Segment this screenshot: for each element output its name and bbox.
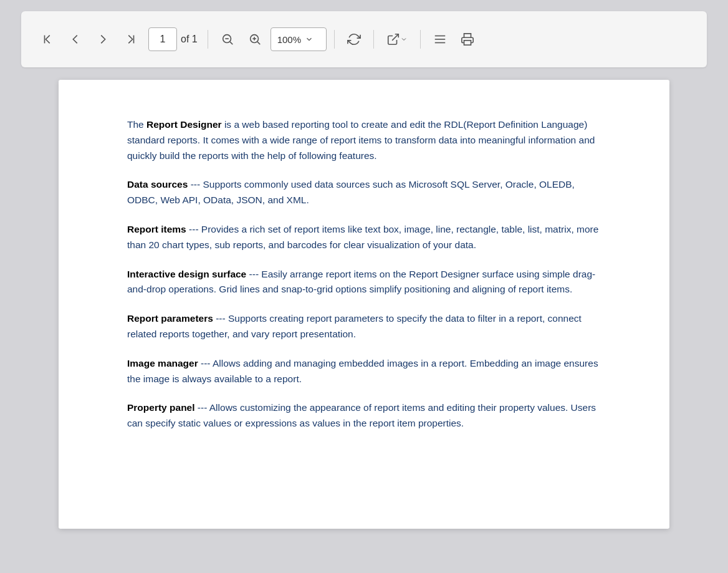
svg-rect-13 [464, 41, 471, 45]
export-button[interactable] [381, 29, 413, 50]
document-area: The Report Designer is a web based repor… [21, 67, 707, 573]
next-page-button[interactable] [91, 29, 115, 50]
zoom-out-icon [221, 32, 234, 46]
feature-title-5: Property panel [127, 402, 195, 413]
feature-report-items: Report items --- Provides a rich set of … [127, 222, 601, 253]
page-content: The Report Designer is a web based repor… [127, 117, 601, 431]
last-page-icon [123, 32, 137, 46]
feature-sep-4: --- [198, 358, 211, 368]
svg-line-4 [230, 42, 232, 44]
page-navigation: of 1 [148, 27, 198, 51]
zoom-out-button[interactable] [216, 29, 239, 50]
feature-property-panel: Property panel --- Allows customizing th… [127, 400, 601, 431]
feature-sep-3: --- [213, 313, 226, 324]
feature-sep-1: --- [186, 224, 199, 234]
feature-sep-5: --- [195, 402, 208, 413]
prev-page-icon [69, 32, 82, 46]
feature-title-3: Report parameters [127, 313, 213, 324]
feature-image-manager: Image manager --- Allows adding and mana… [127, 356, 601, 387]
first-page-icon [41, 32, 55, 46]
first-page-button[interactable] [36, 29, 60, 50]
divider-2 [334, 30, 335, 49]
divider-3 [373, 30, 374, 49]
document-page: The Report Designer is a web based repor… [59, 80, 669, 529]
zoom-value: 100% [277, 34, 301, 45]
next-page-icon [96, 32, 110, 46]
refresh-button[interactable] [342, 29, 366, 50]
intro-text-before: The [127, 119, 146, 130]
page-number-input[interactable] [148, 27, 177, 51]
divider-4 [420, 30, 421, 49]
feature-sep-0: --- [188, 179, 200, 190]
prev-page-button[interactable] [64, 29, 87, 50]
feature-title-1: Report items [127, 224, 186, 234]
toolbar: of 1 100% [21, 11, 707, 67]
print-icon [461, 32, 474, 46]
feature-sep-2: --- [246, 269, 259, 279]
svg-line-9 [392, 34, 398, 41]
intro-paragraph: The Report Designer is a web based repor… [127, 117, 601, 163]
menu-icon [433, 32, 447, 46]
page-total: of 1 [181, 34, 198, 45]
zoom-in-icon [248, 32, 262, 46]
feature-title-0: Data sources [127, 179, 188, 190]
refresh-icon [347, 32, 361, 46]
feature-title-2: Interactive design surface [127, 269, 246, 279]
zoom-selector[interactable]: 100% [271, 27, 327, 51]
feature-interactive-design: Interactive design surface --- Easily ar… [127, 267, 601, 298]
feature-data-sources: Data sources --- Supports commonly used … [127, 177, 601, 208]
print-button[interactable] [456, 29, 479, 50]
feature-report-parameters: Report parameters --- Supports creating … [127, 311, 601, 342]
report-designer-bold: Report Designer [146, 119, 222, 130]
export-dropdown-icon [400, 36, 408, 43]
zoom-in-button[interactable] [243, 29, 267, 50]
last-page-button[interactable] [118, 29, 142, 50]
feature-title-4: Image manager [127, 358, 198, 368]
svg-line-8 [257, 42, 260, 44]
view-menu-button[interactable] [428, 29, 452, 50]
zoom-dropdown-icon [305, 35, 314, 44]
export-icon [386, 32, 400, 46]
divider-1 [208, 30, 208, 49]
